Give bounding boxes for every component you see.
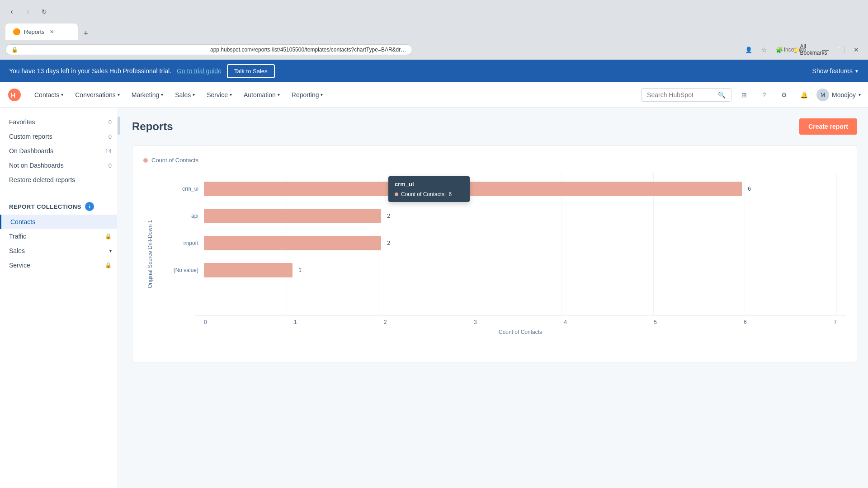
main-content: Reports Create report Count of Contacts …	[121, 108, 868, 488]
tab-close-button[interactable]: ✕	[48, 28, 56, 35]
nav-marketing[interactable]: Marketing ▾	[126, 88, 169, 102]
chart-inner: crm_ui 6 api 2	[153, 173, 846, 335]
profile-icon[interactable]: 👤	[742, 43, 755, 56]
sidebar-collection-traffic[interactable]: Traffic 🔒	[0, 229, 121, 244]
lock-icon: 🔒	[105, 262, 112, 268]
bar-fill: 2	[204, 236, 381, 250]
maximize-button[interactable]: ⬜	[835, 43, 847, 56]
sidebar: Favorites 0 Custom reports 0 On Dashboar…	[0, 108, 121, 488]
search-icon: 🔍	[718, 91, 726, 99]
nav-service[interactable]: Service ▾	[201, 88, 237, 102]
tooltip-value: 6	[448, 191, 452, 197]
bar-fill: 1	[204, 263, 292, 277]
tooltip-title: crm_ui	[395, 181, 463, 188]
nav-conversations[interactable]: Conversations ▾	[70, 88, 125, 102]
bar-track[interactable]: 1	[204, 263, 837, 277]
svg-text:H: H	[11, 92, 15, 99]
page-header: Reports Create report	[132, 118, 857, 135]
chevron-down-icon: ▾	[61, 92, 63, 97]
chart-legend: Count of Contacts	[143, 157, 846, 164]
bar-value: 2	[387, 240, 390, 246]
bars-container: crm_ui 6 api 2	[153, 173, 846, 315]
bar-row: (No value) 1	[162, 263, 837, 277]
reload-button[interactable]: ↻	[38, 5, 51, 18]
nav-reporting[interactable]: Reporting ▾	[286, 88, 329, 102]
address-bar[interactable]: 🔒 app.hubspot.com/reports-list/45105500/…	[5, 44, 412, 55]
tooltip-dot	[395, 192, 398, 196]
tab-bar: 🟠 Reports ✕ +	[0, 23, 868, 40]
bar-track[interactable]: 6	[204, 182, 837, 196]
chevron-down-icon: ▼	[854, 69, 859, 74]
chart-area: Original Source Drill-Down 1	[143, 173, 846, 335]
new-tab-button[interactable]: +	[80, 27, 92, 40]
hubspot-logo[interactable]: H	[7, 88, 22, 102]
search-input[interactable]	[647, 91, 714, 99]
nav-automation[interactable]: Automation ▾	[238, 88, 285, 102]
tab-title: Reports	[24, 28, 45, 35]
page-title: Reports	[132, 120, 173, 133]
minimize-button[interactable]: —	[819, 43, 832, 56]
chevron-down-icon: ▾	[118, 92, 120, 97]
forward-button[interactable]: ›	[22, 5, 34, 18]
bar-fill: 2	[204, 209, 381, 223]
sidebar-custom-reports[interactable]: Custom reports 0	[0, 129, 121, 144]
notifications-icon[interactable]: 🔔	[797, 88, 811, 102]
sidebar-collection-sales[interactable]: Sales ▾	[0, 244, 121, 258]
sidebar-not-on-dashboards[interactable]: Not on Dashboards 0	[0, 158, 121, 173]
x-axis: 0 1 2 3 4 5 6 7 Count of Contacts	[195, 315, 846, 335]
bar-track[interactable]: 2	[204, 236, 837, 250]
bar-fill: 6	[204, 182, 742, 196]
trial-text: You have 13 days left in your Sales Hub …	[9, 67, 171, 75]
sidebar-collection-service[interactable]: Service 🔒	[0, 258, 121, 272]
avatar: M	[816, 89, 829, 101]
tab-favicon: 🟠	[13, 28, 20, 35]
show-features-button[interactable]: Show features ▼	[812, 67, 859, 75]
close-window-button[interactable]: ✕	[850, 43, 863, 56]
bar-label: (No value)	[162, 267, 198, 273]
bar-value: 6	[748, 186, 751, 192]
lock-icon: 🔒	[105, 233, 112, 239]
bar-label: crm_ui	[162, 186, 198, 192]
user-menu[interactable]: M Moodjoy ▾	[816, 89, 861, 101]
settings-icon[interactable]: ⚙	[777, 88, 791, 102]
sidebar-collection-contacts[interactable]: Contacts	[0, 215, 121, 229]
legend-label: Count of Contacts	[151, 157, 198, 164]
talk-to-sales-button[interactable]: Talk to Sales	[227, 64, 275, 78]
nav-contacts[interactable]: Contacts ▾	[29, 88, 69, 102]
bar-label: api	[162, 213, 198, 219]
search-bar[interactable]: 🔍	[641, 88, 731, 102]
chevron-down-icon: ▾	[161, 92, 163, 97]
url-text: app.hubspot.com/reports-list/45105500/te…	[210, 47, 406, 53]
active-tab[interactable]: 🟠 Reports ✕	[5, 23, 78, 40]
trial-guide-link[interactable]: Go to trial guide	[177, 67, 222, 75]
nav-sales[interactable]: Sales ▾	[170, 88, 200, 102]
tooltip-row: Count of Contacts: 6	[395, 191, 463, 197]
chevron-down-icon: ▾	[193, 92, 195, 97]
lock-icon: 🔒	[11, 47, 208, 53]
x-axis-label: Count of Contacts	[195, 329, 846, 335]
topnav-right: 🔍 ⊞ ? ⚙ 🔔 M Moodjoy ▾	[641, 88, 861, 102]
bookmark-icon[interactable]: ☆	[758, 43, 770, 56]
info-badge[interactable]: i	[85, 202, 94, 211]
chart-container: Count of Contacts Original Source Drill-…	[132, 145, 857, 362]
create-report-button[interactable]: Create report	[799, 118, 857, 135]
bookmarks-label[interactable]: 📁 All Bookmarks	[804, 43, 816, 56]
help-icon[interactable]: ?	[757, 88, 771, 102]
sidebar-restore-deleted[interactable]: Restore deleted reports	[0, 173, 121, 187]
legend-dot	[143, 158, 148, 163]
marketplace-icon[interactable]: ⊞	[737, 88, 751, 102]
chevron-down-icon: ▾	[278, 92, 280, 97]
user-name: Moodjoy	[832, 91, 856, 99]
bar-row: crm_ui 6	[162, 182, 837, 196]
chevron-down-icon: ▾	[321, 92, 323, 97]
sidebar-on-dashboards[interactable]: On Dashboards 14	[0, 144, 121, 158]
bar-track[interactable]: 2	[204, 209, 837, 223]
sidebar-favorites[interactable]: Favorites 0	[0, 115, 121, 129]
chevron-down-icon: ▾	[109, 249, 112, 253]
sidebar-collections-section: Report collections i	[0, 195, 121, 215]
sidebar-divider	[0, 191, 121, 191]
trial-banner: You have 13 days left in your Sales Hub …	[0, 60, 868, 82]
chevron-down-icon: ▾	[230, 92, 232, 97]
back-button[interactable]: ‹	[5, 5, 18, 18]
bar-value: 2	[387, 213, 390, 219]
